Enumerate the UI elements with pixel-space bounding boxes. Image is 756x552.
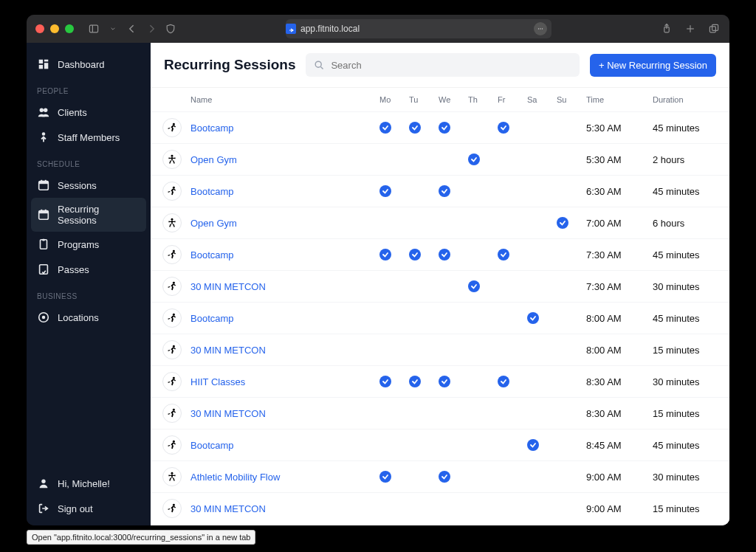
sessions-table-wrap[interactable]: Name Mo Tu We Th Fr Sa Su Time Duration bbox=[151, 88, 729, 525]
day-cell-th bbox=[464, 429, 493, 461]
table-row[interactable]: Bootcamp5:30 AM45 minutes bbox=[151, 112, 729, 144]
day-cell-mo bbox=[375, 271, 405, 303]
session-name-link[interactable]: Bootcamp bbox=[190, 313, 234, 324]
privacy-shield-icon[interactable] bbox=[164, 22, 177, 35]
activity-icon bbox=[162, 467, 182, 486]
sidebar-item-programs[interactable]: Programs bbox=[27, 232, 151, 257]
sidebar-item-locations[interactable]: Locations bbox=[27, 305, 151, 330]
table-row[interactable]: Bootcamp7:30 AM45 minutes bbox=[151, 239, 729, 271]
sidebar-user-greeting[interactable]: Hi, Michelle! bbox=[27, 471, 151, 496]
duration-cell: 45 minutes bbox=[648, 303, 729, 334]
day-cell-we bbox=[434, 271, 464, 303]
forward-button[interactable] bbox=[145, 22, 158, 35]
sidebar-item-passes[interactable]: Passes bbox=[27, 257, 151, 282]
sidebar-item-dashboard[interactable]: Dashboard bbox=[27, 52, 151, 77]
session-name-link[interactable]: 30 MIN METCON bbox=[190, 503, 266, 514]
day-cell-mo bbox=[375, 461, 405, 493]
day-cell-th bbox=[464, 334, 493, 366]
tabs-overview-button[interactable] bbox=[707, 22, 721, 35]
col-su[interactable]: Su bbox=[552, 88, 582, 112]
col-time[interactable]: Time bbox=[582, 88, 648, 112]
sidebar: Dashboard PEOPLE Clients Staff Members S… bbox=[27, 43, 151, 525]
session-name-link[interactable]: 30 MIN METCON bbox=[190, 408, 266, 419]
day-cell-fr bbox=[493, 112, 523, 144]
day-cell-we bbox=[434, 112, 464, 144]
session-name-link[interactable]: Bootcamp bbox=[190, 440, 234, 451]
session-name-link[interactable]: 30 MIN METCON bbox=[190, 345, 266, 356]
search-input[interactable] bbox=[331, 60, 572, 71]
day-cell-su bbox=[552, 525, 582, 526]
day-cell-th bbox=[464, 366, 493, 398]
day-cell-th bbox=[464, 176, 493, 207]
sidebar-item-staff-members[interactable]: Staff Members bbox=[27, 125, 151, 150]
day-checked-icon bbox=[468, 280, 480, 292]
sidebar-item-recurring-sessions[interactable]: Recurring Sessions bbox=[31, 198, 146, 232]
table-row[interactable]: Bootcamp9:30 AM45 minutes bbox=[151, 525, 729, 526]
table-row[interactable]: Bootcamp8:45 AM45 minutes bbox=[151, 429, 729, 461]
table-row[interactable]: HIIT Classes8:30 AM30 minutes bbox=[151, 366, 729, 398]
col-th[interactable]: Th bbox=[464, 88, 493, 112]
day-cell-mo bbox=[375, 112, 405, 144]
day-cell-su bbox=[552, 207, 582, 239]
day-cell-we bbox=[434, 239, 464, 271]
col-dur[interactable]: Duration bbox=[648, 88, 729, 112]
sidebar-item-sessions[interactable]: Sessions bbox=[27, 173, 151, 198]
day-checked-icon bbox=[379, 376, 391, 387]
new-recurring-session-button[interactable]: + New Recurring Session bbox=[590, 54, 716, 77]
table-row[interactable]: Open Gym7:00 AM6 hours bbox=[151, 207, 729, 239]
duration-cell: 30 minutes bbox=[648, 271, 729, 303]
duration-cell: 30 minutes bbox=[648, 366, 729, 398]
new-tab-button[interactable] bbox=[684, 22, 697, 35]
table-row[interactable]: 30 MIN METCON8:30 AM15 minutes bbox=[151, 398, 729, 429]
col-we[interactable]: We bbox=[434, 88, 464, 112]
day-cell-fr bbox=[493, 334, 523, 366]
day-cell-tu bbox=[405, 112, 434, 144]
session-name-link[interactable]: Open Gym bbox=[190, 218, 237, 229]
table-row[interactable]: Athletic Mobility Flow9:00 AM30 minutes bbox=[151, 461, 729, 493]
reader-mode-icon[interactable] bbox=[534, 22, 547, 35]
day-cell-sa bbox=[523, 493, 552, 525]
time-cell: 5:30 AM bbox=[582, 144, 648, 176]
table-row[interactable]: Open Gym5:30 AM2 hours bbox=[151, 144, 729, 176]
day-cell-su bbox=[552, 461, 582, 493]
col-tu[interactable]: Tu bbox=[405, 88, 434, 112]
session-name-link[interactable]: Open Gym bbox=[190, 154, 237, 165]
day-cell-sa bbox=[523, 207, 552, 239]
day-cell-mo bbox=[375, 525, 405, 526]
table-row[interactable]: Bootcamp6:30 AM45 minutes bbox=[151, 176, 729, 207]
session-name-link[interactable]: HIIT Classes bbox=[190, 376, 245, 387]
col-mo[interactable]: Mo bbox=[375, 88, 405, 112]
session-name-link[interactable]: Bootcamp bbox=[190, 249, 234, 261]
day-checked-icon bbox=[379, 185, 391, 197]
session-name-link[interactable]: 30 MIN METCON bbox=[190, 281, 266, 292]
table-row[interactable]: Bootcamp8:00 AM45 minutes bbox=[151, 303, 729, 334]
col-fr[interactable]: Fr bbox=[493, 88, 523, 112]
day-checked-icon bbox=[439, 471, 450, 483]
table-row[interactable]: 30 MIN METCON8:00 AM15 minutes bbox=[151, 334, 729, 366]
browser-chrome: app.fitnito.local bbox=[27, 15, 729, 43]
minimize-window-button[interactable] bbox=[50, 24, 59, 33]
sidebar-item-label: Locations bbox=[58, 312, 99, 323]
activity-icon bbox=[162, 245, 182, 264]
day-cell-fr bbox=[493, 398, 523, 429]
sidebar-toggle-icon[interactable] bbox=[87, 22, 100, 35]
sidebar-heading-people: PEOPLE bbox=[27, 77, 151, 100]
sidebar-item-clients[interactable]: Clients bbox=[27, 100, 151, 125]
sidebar-sign-out[interactable]: Sign out bbox=[27, 496, 151, 525]
address-bar[interactable]: app.fitnito.local bbox=[286, 19, 551, 38]
back-button[interactable] bbox=[126, 22, 139, 35]
share-button[interactable] bbox=[660, 22, 673, 35]
table-row[interactable]: 30 MIN METCON9:00 AM15 minutes bbox=[151, 493, 729, 525]
session-name-link[interactable]: Athletic Mobility Flow bbox=[190, 472, 280, 483]
col-sa[interactable]: Sa bbox=[523, 88, 552, 112]
duration-cell: 15 minutes bbox=[648, 334, 729, 366]
table-row[interactable]: 30 MIN METCON7:30 AM30 minutes bbox=[151, 271, 729, 303]
maximize-window-button[interactable] bbox=[65, 24, 74, 33]
search-box[interactable] bbox=[306, 53, 580, 77]
session-name-link[interactable]: Bootcamp bbox=[190, 123, 234, 134]
col-name[interactable]: Name bbox=[186, 88, 375, 112]
session-name-link[interactable]: Bootcamp bbox=[190, 186, 234, 197]
close-window-button[interactable] bbox=[35, 24, 44, 33]
table-header-row: Name Mo Tu We Th Fr Sa Su Time Duration bbox=[151, 88, 729, 112]
toolbar-dropdown-icon[interactable] bbox=[106, 22, 120, 35]
